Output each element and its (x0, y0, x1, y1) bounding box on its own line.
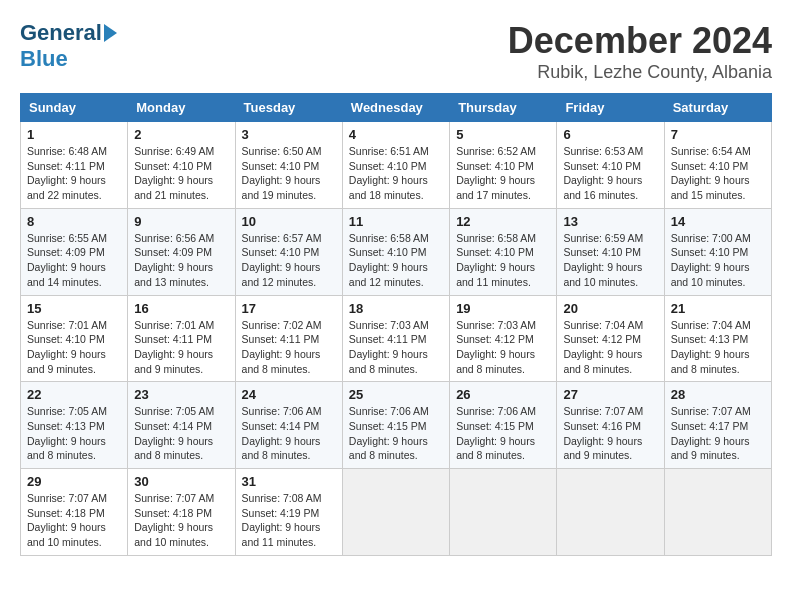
day-number-21: 21 (671, 301, 765, 316)
day-number-31: 31 (242, 474, 336, 489)
day-24: 24 Sunrise: 7:06 AMSunset: 4:14 PMDaylig… (235, 382, 342, 469)
day-11: 11 Sunrise: 6:58 AMSunset: 4:10 PMDaylig… (342, 208, 449, 295)
day-number-7: 7 (671, 127, 765, 142)
day-number-20: 20 (563, 301, 657, 316)
day-17: 17 Sunrise: 7:02 AMSunset: 4:11 PMDaylig… (235, 295, 342, 382)
page-header: General Blue December 2024 Rubik, Lezhe … (20, 20, 772, 83)
day-5: 5 Sunrise: 6:52 AMSunset: 4:10 PMDayligh… (450, 122, 557, 209)
day-number-3: 3 (242, 127, 336, 142)
day-22-text: Sunrise: 7:05 AMSunset: 4:13 PMDaylight:… (27, 404, 121, 463)
day-number-28: 28 (671, 387, 765, 402)
day-15: 15 Sunrise: 7:01 AMSunset: 4:10 PMDaylig… (21, 295, 128, 382)
logo: General Blue (20, 20, 119, 72)
day-number-18: 18 (349, 301, 443, 316)
day-24-text: Sunrise: 7:06 AMSunset: 4:14 PMDaylight:… (242, 404, 336, 463)
col-saturday: Saturday (664, 94, 771, 122)
day-number-12: 12 (456, 214, 550, 229)
day-10: 10 Sunrise: 6:57 AMSunset: 4:10 PMDaylig… (235, 208, 342, 295)
day-26: 26 Sunrise: 7:06 AMSunset: 4:15 PMDaylig… (450, 382, 557, 469)
calendar-table-main: Sunday Monday Tuesday Wednesday Thursday… (20, 93, 772, 556)
day-27: 27 Sunrise: 7:07 AMSunset: 4:16 PMDaylig… (557, 382, 664, 469)
day-7-text: Sunrise: 6:54 AMSunset: 4:10 PMDaylight:… (671, 144, 765, 203)
day-17-text: Sunrise: 7:02 AMSunset: 4:11 PMDaylight:… (242, 318, 336, 377)
day-number-17: 17 (242, 301, 336, 316)
day-number-10: 10 (242, 214, 336, 229)
day-16: 16 Sunrise: 7:01 AMSunset: 4:11 PMDaylig… (128, 295, 235, 382)
day-number-30: 30 (134, 474, 228, 489)
day-1: 1 Sunrise: 6:48 AMSunset: 4:11 PMDayligh… (21, 122, 128, 209)
header-row: Sunday Monday Tuesday Wednesday Thursday… (21, 94, 772, 122)
day-8: 8 Sunrise: 6:55 AMSunset: 4:09 PMDayligh… (21, 208, 128, 295)
day-7: 7 Sunrise: 6:54 AMSunset: 4:10 PMDayligh… (664, 122, 771, 209)
empty-cell (557, 469, 664, 556)
day-16-text: Sunrise: 7:01 AMSunset: 4:11 PMDaylight:… (134, 318, 228, 377)
day-23-text: Sunrise: 7:05 AMSunset: 4:14 PMDaylight:… (134, 404, 228, 463)
day-number-27: 27 (563, 387, 657, 402)
day-13-text: Sunrise: 6:59 AMSunset: 4:10 PMDaylight:… (563, 231, 657, 290)
day-3: 3 Sunrise: 6:50 AMSunset: 4:10 PMDayligh… (235, 122, 342, 209)
logo-text: General Blue (20, 20, 119, 72)
day-25: 25 Sunrise: 7:06 AMSunset: 4:15 PMDaylig… (342, 382, 449, 469)
day-number-9: 9 (134, 214, 228, 229)
day-number-1: 1 (27, 127, 121, 142)
day-20-text: Sunrise: 7:04 AMSunset: 4:12 PMDaylight:… (563, 318, 657, 377)
day-18: 18 Sunrise: 7:03 AMSunset: 4:11 PMDaylig… (342, 295, 449, 382)
day-number-5: 5 (456, 127, 550, 142)
col-wednesday: Wednesday (342, 94, 449, 122)
week-1: 1 Sunrise: 6:48 AMSunset: 4:11 PMDayligh… (21, 122, 772, 209)
day-number-11: 11 (349, 214, 443, 229)
day-19: 19 Sunrise: 7:03 AMSunset: 4:12 PMDaylig… (450, 295, 557, 382)
day-number-4: 4 (349, 127, 443, 142)
day-number-25: 25 (349, 387, 443, 402)
day-14-text: Sunrise: 7:00 AMSunset: 4:10 PMDaylight:… (671, 231, 765, 290)
day-11-text: Sunrise: 6:58 AMSunset: 4:10 PMDaylight:… (349, 231, 443, 290)
day-number-29: 29 (27, 474, 121, 489)
day-28-text: Sunrise: 7:07 AMSunset: 4:17 PMDaylight:… (671, 404, 765, 463)
day-4-text: Sunrise: 6:51 AMSunset: 4:10 PMDaylight:… (349, 144, 443, 203)
day-2-text: Sunrise: 6:49 AMSunset: 4:10 PMDaylight:… (134, 144, 228, 203)
month-title: December 2024 (508, 20, 772, 62)
day-number-8: 8 (27, 214, 121, 229)
day-number-19: 19 (456, 301, 550, 316)
day-19-text: Sunrise: 7:03 AMSunset: 4:12 PMDaylight:… (456, 318, 550, 377)
day-30: 30 Sunrise: 7:07 AMSunset: 4:18 PMDaylig… (128, 469, 235, 556)
week-2: 8 Sunrise: 6:55 AMSunset: 4:09 PMDayligh… (21, 208, 772, 295)
day-9-text: Sunrise: 6:56 AMSunset: 4:09 PMDaylight:… (134, 231, 228, 290)
day-12-text: Sunrise: 6:58 AMSunset: 4:10 PMDaylight:… (456, 231, 550, 290)
day-26-text: Sunrise: 7:06 AMSunset: 4:15 PMDaylight:… (456, 404, 550, 463)
day-8-text: Sunrise: 6:55 AMSunset: 4:09 PMDaylight:… (27, 231, 121, 290)
location-title: Rubik, Lezhe County, Albania (508, 62, 772, 83)
day-15-text: Sunrise: 7:01 AMSunset: 4:10 PMDaylight:… (27, 318, 121, 377)
day-number-16: 16 (134, 301, 228, 316)
day-18-text: Sunrise: 7:03 AMSunset: 4:11 PMDaylight:… (349, 318, 443, 377)
col-thursday: Thursday (450, 94, 557, 122)
title-section: December 2024 Rubik, Lezhe County, Alban… (508, 20, 772, 83)
empty-cell (664, 469, 771, 556)
day-6-text: Sunrise: 6:53 AMSunset: 4:10 PMDaylight:… (563, 144, 657, 203)
day-29: 29 Sunrise: 7:07 AMSunset: 4:18 PMDaylig… (21, 469, 128, 556)
day-number-26: 26 (456, 387, 550, 402)
day-number-14: 14 (671, 214, 765, 229)
day-21: 21 Sunrise: 7:04 AMSunset: 4:13 PMDaylig… (664, 295, 771, 382)
day-1-text: Sunrise: 6:48 AMSunset: 4:11 PMDaylight:… (27, 144, 121, 203)
day-29-text: Sunrise: 7:07 AMSunset: 4:18 PMDaylight:… (27, 491, 121, 550)
day-5-text: Sunrise: 6:52 AMSunset: 4:10 PMDaylight:… (456, 144, 550, 203)
col-monday: Monday (128, 94, 235, 122)
col-tuesday: Tuesday (235, 94, 342, 122)
day-number-6: 6 (563, 127, 657, 142)
day-12: 12 Sunrise: 6:58 AMSunset: 4:10 PMDaylig… (450, 208, 557, 295)
day-25-text: Sunrise: 7:06 AMSunset: 4:15 PMDaylight:… (349, 404, 443, 463)
day-number-2: 2 (134, 127, 228, 142)
day-6: 6 Sunrise: 6:53 AMSunset: 4:10 PMDayligh… (557, 122, 664, 209)
logo-arrow-icon (104, 24, 117, 42)
day-30-text: Sunrise: 7:07 AMSunset: 4:18 PMDaylight:… (134, 491, 228, 550)
logo-general: General (20, 20, 102, 46)
day-31: 31 Sunrise: 7:08 AMSunset: 4:19 PMDaylig… (235, 469, 342, 556)
day-28: 28 Sunrise: 7:07 AMSunset: 4:17 PMDaylig… (664, 382, 771, 469)
col-sunday: Sunday (21, 94, 128, 122)
day-21-text: Sunrise: 7:04 AMSunset: 4:13 PMDaylight:… (671, 318, 765, 377)
day-10-text: Sunrise: 6:57 AMSunset: 4:10 PMDaylight:… (242, 231, 336, 290)
day-13: 13 Sunrise: 6:59 AMSunset: 4:10 PMDaylig… (557, 208, 664, 295)
week-5: 29 Sunrise: 7:07 AMSunset: 4:18 PMDaylig… (21, 469, 772, 556)
day-23: 23 Sunrise: 7:05 AMSunset: 4:14 PMDaylig… (128, 382, 235, 469)
